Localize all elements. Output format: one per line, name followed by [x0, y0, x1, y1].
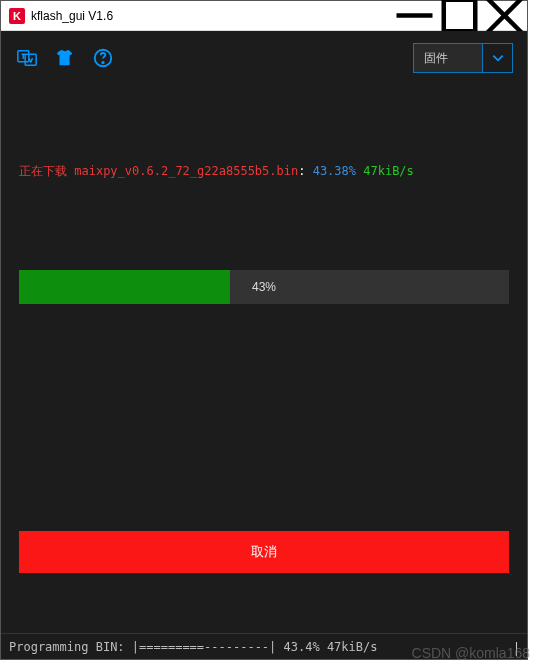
client-area: 固件 正在下载 maixpy_v0.6.2_72_g22a8555b5.bin:… — [1, 31, 527, 659]
chevron-down-icon — [482, 44, 512, 72]
progress-label: 43% — [19, 270, 509, 304]
statusbar-text: Programming BIN: |=========---------| 43… — [9, 640, 377, 654]
progress-bar: 43% — [19, 270, 509, 304]
status-filename: maixpy_v0.6.2_72_g22a8555b5.bin — [74, 164, 298, 178]
dropdown-label: 固件 — [414, 50, 482, 67]
app-icon: K — [9, 8, 25, 24]
svg-point-7 — [102, 62, 103, 63]
svg-rect-5 — [25, 54, 36, 65]
svg-rect-1 — [444, 0, 476, 31]
tshirt-icon[interactable] — [53, 46, 77, 70]
content-area: 正在下载 maixpy_v0.6.2_72_g22a8555b5.bin: 43… — [1, 85, 527, 633]
toolbar: 固件 — [1, 31, 527, 85]
titlebar: K kflash_gui V1.6 — [1, 1, 527, 31]
minimize-button[interactable] — [392, 1, 437, 30]
cancel-container: 取消 — [19, 531, 509, 573]
help-icon[interactable] — [91, 46, 115, 70]
download-status: 正在下载 maixpy_v0.6.2_72_g22a8555b5.bin: 43… — [19, 163, 509, 180]
language-icon[interactable] — [15, 46, 39, 70]
statusbar: Programming BIN: |=========---------| 43… — [1, 633, 527, 659]
status-prefix: 正在下载 — [19, 164, 74, 178]
close-button[interactable] — [482, 1, 527, 30]
status-colon: : — [298, 164, 312, 178]
window-title: kflash_gui V1.6 — [31, 9, 392, 23]
maximize-button[interactable] — [437, 1, 482, 30]
firmware-dropdown[interactable]: 固件 — [413, 43, 513, 73]
status-speed: 47kiB/s — [356, 164, 414, 178]
progress-container: 43% — [19, 270, 509, 304]
window-controls — [392, 1, 527, 30]
cancel-button[interactable]: 取消 — [19, 531, 509, 573]
status-percent: 43.38% — [313, 164, 356, 178]
app-window: K kflash_gui V1.6 — [0, 0, 528, 660]
